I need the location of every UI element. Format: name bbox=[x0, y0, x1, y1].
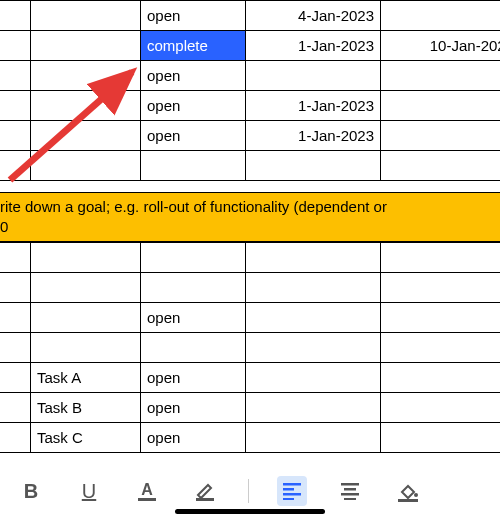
cell[interactable]: Task B bbox=[31, 393, 141, 423]
table-row[interactable]: open1-Jan-2023 bbox=[0, 91, 500, 121]
cell[interactable]: open bbox=[141, 61, 246, 91]
cell[interactable]: open bbox=[141, 393, 246, 423]
cell[interactable] bbox=[381, 273, 501, 303]
cell[interactable]: 10-Jan-2023 bbox=[381, 31, 501, 61]
cell[interactable] bbox=[31, 61, 141, 91]
svg-rect-5 bbox=[283, 488, 294, 491]
align-center-button[interactable] bbox=[335, 476, 365, 506]
table-top[interactable]: open4-Jan-2023complete1-Jan-202310-Jan-2… bbox=[0, 0, 500, 181]
cell[interactable] bbox=[0, 423, 31, 453]
sheet-grid-lower[interactable]: openTask AopenTask BopenTask Copen bbox=[0, 242, 500, 453]
cell[interactable]: open bbox=[141, 91, 246, 121]
bold-button[interactable]: B bbox=[16, 476, 46, 506]
cell[interactable]: 1-Jan-2023 bbox=[246, 31, 381, 61]
cell[interactable] bbox=[381, 363, 501, 393]
cell[interactable] bbox=[31, 1, 141, 31]
cell[interactable]: 1-Jan-2023 bbox=[246, 91, 381, 121]
cell[interactable]: open bbox=[141, 303, 246, 333]
fill-color-button[interactable] bbox=[393, 476, 423, 506]
table-row[interactable]: Task Aopen bbox=[0, 363, 500, 393]
svg-rect-10 bbox=[341, 493, 359, 496]
underline-icon: U bbox=[82, 480, 96, 503]
banner-line2: 0 bbox=[0, 218, 8, 235]
cell[interactable]: open bbox=[141, 121, 246, 151]
cell[interactable] bbox=[0, 393, 31, 423]
cell[interactable] bbox=[0, 91, 31, 121]
cell[interactable]: Task A bbox=[31, 363, 141, 393]
cell[interactable] bbox=[0, 243, 31, 273]
svg-rect-6 bbox=[283, 493, 301, 496]
milestone-banner[interactable]: rite down a goal; e.g. roll-out of funct… bbox=[0, 192, 500, 242]
cell[interactable] bbox=[381, 393, 501, 423]
cell[interactable] bbox=[381, 61, 501, 91]
cell[interactable] bbox=[381, 1, 501, 31]
svg-rect-8 bbox=[341, 483, 359, 486]
cell[interactable] bbox=[0, 61, 31, 91]
cell[interactable] bbox=[381, 423, 501, 453]
cell[interactable]: open bbox=[141, 1, 246, 31]
align-left-button[interactable] bbox=[277, 476, 307, 506]
cell[interactable] bbox=[31, 333, 141, 363]
cell[interactable]: open bbox=[141, 423, 246, 453]
cell[interactable] bbox=[141, 151, 246, 181]
cell[interactable]: Task C bbox=[31, 423, 141, 453]
cell[interactable] bbox=[0, 1, 31, 31]
table-bottom[interactable]: openTask AopenTask BopenTask Copen bbox=[0, 242, 500, 453]
table-row[interactable] bbox=[0, 243, 500, 273]
cell[interactable] bbox=[381, 121, 501, 151]
bold-icon: B bbox=[24, 480, 38, 503]
table-row[interactable]: open bbox=[0, 61, 500, 91]
table-row[interactable] bbox=[0, 273, 500, 303]
cell[interactable] bbox=[246, 393, 381, 423]
cell[interactable] bbox=[141, 243, 246, 273]
table-row[interactable]: open1-Jan-2023 bbox=[0, 121, 500, 151]
toolbar-separator bbox=[248, 479, 249, 503]
cell[interactable] bbox=[31, 243, 141, 273]
cell[interactable] bbox=[246, 273, 381, 303]
cell[interactable]: 1-Jan-2023 bbox=[246, 121, 381, 151]
table-row[interactable]: open4-Jan-2023 bbox=[0, 1, 500, 31]
cell[interactable] bbox=[381, 151, 501, 181]
cell[interactable] bbox=[0, 363, 31, 393]
cell[interactable] bbox=[141, 273, 246, 303]
cell[interactable] bbox=[0, 31, 31, 61]
cell[interactable] bbox=[0, 303, 31, 333]
sheet-grid[interactable]: open4-Jan-2023complete1-Jan-202310-Jan-2… bbox=[0, 0, 500, 181]
cell[interactable] bbox=[31, 273, 141, 303]
highlight-button[interactable] bbox=[190, 476, 220, 506]
cell[interactable] bbox=[31, 151, 141, 181]
cell[interactable] bbox=[0, 151, 31, 181]
cell[interactable] bbox=[381, 243, 501, 273]
cell[interactable] bbox=[246, 151, 381, 181]
table-row[interactable]: Task Copen bbox=[0, 423, 500, 453]
cell[interactable] bbox=[141, 333, 246, 363]
cell[interactable] bbox=[246, 61, 381, 91]
table-row[interactable]: complete1-Jan-202310-Jan-2023 bbox=[0, 31, 500, 61]
cell[interactable] bbox=[381, 91, 501, 121]
cell[interactable] bbox=[246, 423, 381, 453]
cell[interactable]: open bbox=[141, 363, 246, 393]
text-color-button[interactable]: A bbox=[132, 476, 162, 506]
table-row[interactable]: Task Bopen bbox=[0, 393, 500, 423]
cell[interactable] bbox=[381, 333, 501, 363]
cell[interactable] bbox=[246, 363, 381, 393]
table-row[interactable] bbox=[0, 333, 500, 363]
table-row[interactable] bbox=[0, 151, 500, 181]
svg-rect-7 bbox=[283, 498, 294, 500]
cell[interactable] bbox=[0, 273, 31, 303]
cell[interactable]: 4-Jan-2023 bbox=[246, 1, 381, 31]
cell[interactable]: complete bbox=[141, 31, 246, 61]
cell[interactable] bbox=[31, 121, 141, 151]
cell[interactable] bbox=[31, 303, 141, 333]
cell[interactable] bbox=[0, 333, 31, 363]
svg-rect-2 bbox=[138, 498, 156, 501]
cell[interactable] bbox=[246, 243, 381, 273]
cell[interactable] bbox=[246, 303, 381, 333]
cell[interactable] bbox=[246, 333, 381, 363]
cell[interactable] bbox=[381, 303, 501, 333]
cell[interactable] bbox=[31, 91, 141, 121]
table-row[interactable]: open bbox=[0, 303, 500, 333]
underline-button[interactable]: U bbox=[74, 476, 104, 506]
cell[interactable] bbox=[0, 121, 31, 151]
cell[interactable] bbox=[31, 31, 141, 61]
